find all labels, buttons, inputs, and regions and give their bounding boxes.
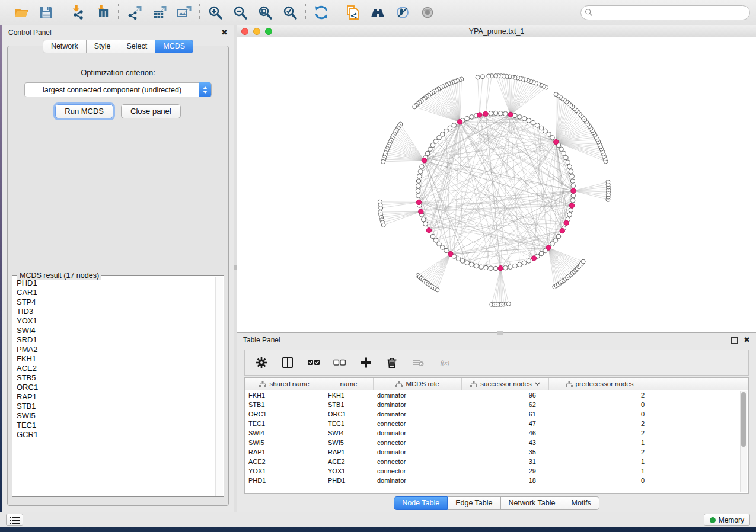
cell-name: ACE2 — [324, 458, 374, 465]
export-image-icon[interactable] — [176, 4, 192, 21]
open-file-icon[interactable] — [13, 4, 30, 21]
delete-row-icon[interactable] — [385, 355, 399, 370]
result-node-item[interactable]: RAP1 — [17, 392, 216, 402]
result-node-item[interactable]: SWI5 — [17, 411, 216, 421]
result-node-item[interactable]: PHD1 — [17, 278, 216, 288]
result-node-item[interactable]: ORC1 — [17, 383, 216, 392]
gear-icon[interactable] — [254, 355, 269, 370]
column-header-MCDS-role[interactable]: MCDS role — [374, 378, 462, 390]
import-table-icon[interactable] — [94, 4, 111, 21]
export-network-icon[interactable] — [126, 4, 142, 21]
column-header-successor-nodes[interactable]: successor nodes — [462, 378, 549, 390]
zoom-window-icon[interactable] — [265, 28, 272, 35]
table-scrollbar-thumb[interactable] — [741, 392, 746, 447]
zoom-in-icon[interactable] — [207, 4, 224, 21]
zoom-selected-icon[interactable] — [282, 4, 298, 21]
search-input[interactable] — [580, 5, 750, 20]
refresh-icon[interactable] — [313, 4, 330, 21]
result-node-item[interactable]: SRD1 — [17, 335, 216, 345]
tab-style[interactable]: Style — [87, 40, 119, 53]
result-node-item[interactable]: PMA2 — [17, 345, 216, 354]
column-header-name[interactable]: name — [324, 378, 374, 390]
deselect-all-icon[interactable] — [333, 355, 347, 370]
result-node-item[interactable]: SWI4 — [17, 326, 216, 335]
result-node-item[interactable]: STP4 — [17, 297, 216, 307]
task-history-button[interactable] — [6, 514, 23, 526]
table-row[interactable]: SWI5SWI5connector431 — [245, 438, 748, 447]
delete-table-icon — [411, 355, 425, 370]
table-row[interactable]: ORC1ORC1dominator610 — [245, 409, 748, 419]
cell-predecessor_nodes: 0 — [549, 477, 650, 484]
criterion-dropdown[interactable]: largest connected component (undirected) — [24, 82, 212, 97]
close-panel-button[interactable]: Close panel — [121, 104, 181, 118]
hide-graphics-details-icon[interactable] — [394, 4, 411, 21]
cell-successor_nodes: 18 — [462, 477, 549, 484]
tab-edge-table[interactable]: Edge Table — [448, 496, 500, 510]
tab-node-table[interactable]: Node Table — [394, 496, 448, 510]
result-node-item[interactable]: YOX1 — [17, 316, 216, 326]
cell-mcds_role: connector — [374, 439, 462, 446]
minimize-window-icon[interactable] — [253, 28, 260, 35]
import-network-icon[interactable] — [69, 4, 86, 21]
horizontal-splitter-handle[interactable] — [497, 331, 503, 335]
table-row[interactable]: SWI4SWI4dominator462 — [245, 428, 748, 438]
table-row[interactable]: ACE2ACE2connector311 — [245, 457, 748, 466]
result-node-item[interactable]: ACE2 — [17, 364, 216, 373]
main-toolbar — [0, 0, 756, 25]
zoom-out-icon[interactable] — [232, 4, 248, 21]
column-header-predecessor-nodes[interactable]: predecessor nodes — [549, 378, 650, 390]
show-graphics-eye-icon[interactable] — [419, 4, 436, 21]
table-row[interactable]: YOX1YOX1connector291 — [245, 466, 748, 476]
cell-predecessor_nodes: 0 — [549, 411, 650, 418]
tab-mcds[interactable]: MCDS — [155, 40, 193, 53]
cell-shared_name: RAP1 — [245, 448, 324, 456]
float-panel-icon[interactable] — [209, 30, 215, 36]
table-row[interactable]: PHD1PHD1dominator180 — [245, 476, 748, 485]
cell-predecessor_nodes: 1 — [549, 439, 650, 446]
search-box — [580, 5, 750, 20]
criterion-dropdown-value: largest connected component (undirected) — [25, 86, 211, 94]
result-node-item[interactable]: TEC1 — [17, 421, 216, 430]
float-panel-icon[interactable] — [731, 337, 738, 344]
result-node-item[interactable]: FKH1 — [17, 354, 216, 364]
result-node-item[interactable]: TID3 — [17, 307, 216, 316]
table-row[interactable]: TEC1TEC1connector472 — [245, 419, 748, 428]
close-panel-icon[interactable]: ✖ — [744, 337, 750, 343]
tab-network-table[interactable]: Network Table — [501, 496, 564, 510]
add-row-icon[interactable] — [359, 355, 373, 370]
app-window: Control Panel ✖ NetworkStyleSelectMCDS O… — [0, 0, 756, 527]
search-binoculars-icon[interactable] — [369, 4, 386, 21]
close-window-icon[interactable] — [241, 28, 248, 35]
run-mcds-button[interactable]: Run MCDS — [55, 104, 113, 118]
result-node-item[interactable]: STB1 — [17, 402, 216, 411]
result-node-item[interactable]: GCR1 — [17, 430, 216, 440]
cell-mcds_role: dominator — [374, 430, 462, 437]
zoom-fit-icon[interactable] — [257, 4, 273, 21]
result-node-item[interactable]: STB5 — [17, 373, 216, 383]
result-node-item[interactable]: CAR1 — [17, 288, 216, 297]
cell-mcds_role: dominator — [374, 392, 462, 399]
cell-shared_name: ORC1 — [245, 411, 324, 418]
export-table-icon[interactable] — [151, 4, 167, 21]
cell-name: RAP1 — [324, 448, 374, 456]
tab-select[interactable]: Select — [119, 40, 156, 53]
status-bar: Memory — [0, 512, 756, 527]
column-header-shared-name[interactable]: shared name — [245, 378, 324, 390]
clone-network-icon[interactable] — [344, 4, 361, 21]
table-row[interactable]: RAP1RAP1dominator352 — [245, 447, 748, 457]
result-list-scrollbar[interactable] — [215, 277, 223, 496]
table-row[interactable]: STB1STB1dominator620 — [245, 400, 748, 409]
select-all-icon[interactable] — [307, 355, 321, 370]
control-panel-title: Control Panel — [8, 28, 52, 37]
memory-button[interactable]: Memory — [704, 514, 750, 526]
network-canvas[interactable] — [237, 37, 756, 332]
tab-motifs[interactable]: Motifs — [563, 496, 599, 510]
close-panel-icon[interactable]: ✖ — [221, 30, 228, 36]
table-panel-tabs: Node TableEdge TableNetwork TableMotifs — [237, 494, 756, 512]
columns-icon[interactable] — [280, 355, 295, 370]
save-session-icon[interactable] — [38, 4, 55, 21]
tab-network[interactable]: Network — [43, 40, 87, 53]
table-row[interactable]: FKH1FKH1dominator962 — [245, 390, 748, 400]
node-table: shared namenameMCDS rolesuccessor nodesp… — [244, 377, 749, 494]
cell-mcds_role: connector — [374, 458, 462, 465]
